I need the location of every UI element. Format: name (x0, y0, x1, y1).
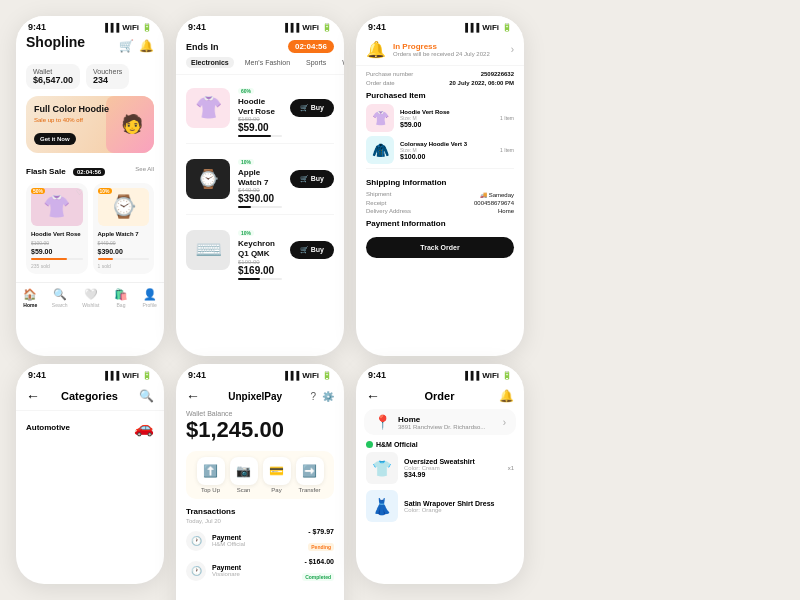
app-title: Shopline (26, 34, 85, 50)
in-progress-icon: 🔔 (366, 40, 386, 59)
wifi-icon-5: WiFi (122, 371, 139, 380)
flash-img-hoodie: 👚 (186, 88, 230, 128)
buy-button-watch[interactable]: 🛒 Buy (290, 170, 334, 188)
purchased-img-2: 🧥 (366, 136, 394, 164)
in-progress-bar: 🔔 In Progress Orders will be received 24… (356, 34, 524, 66)
store-name-section: H&M Official (356, 441, 524, 448)
cart-icon[interactable]: 🛒 (119, 39, 134, 53)
categories-search-icon[interactable]: 🔍 (139, 389, 154, 403)
back-icon-6[interactable]: ← (366, 388, 380, 404)
delivery-addr-label: Delivery Address (366, 208, 411, 214)
bag-icon: 🛍️ (114, 288, 128, 301)
order-product-1: 👕 Oversized Sweatshirt Color: Cream $34.… (356, 452, 524, 484)
cat-mens-fashion[interactable]: Men's Fashion (240, 57, 295, 68)
flash-price-watch: $390.00 (238, 193, 282, 204)
order-date-value: 20 July 2022, 06:00 PM (449, 80, 514, 86)
ends-in-label: Ends In (186, 42, 219, 52)
tx-name-1: Payment (212, 534, 302, 541)
flash-img-keyboard: ⌨️ (186, 230, 230, 270)
store-name: H&M Official (376, 441, 418, 448)
banner-text: Full Color Hoodie Sale up to 40% off Get… (34, 104, 109, 145)
order-product-info-2: Satin Wrapover Shirt Dress Color: Orange (404, 500, 495, 513)
transactions-section: Transactions Today, Jul 20 🕐 Payment H&M… (176, 507, 344, 583)
nav-profile[interactable]: 👤 Profile (143, 288, 157, 308)
category-car-icon: 🚗 (134, 418, 154, 437)
back-icon-3[interactable]: ← (186, 388, 200, 404)
voucher-box: Vouchers 234 (86, 64, 129, 89)
purchased-qty-1: 1 Item (500, 115, 514, 121)
shipment-label: Shipment (366, 191, 391, 198)
flash-info-hoodie: 60% Hoodie Vert Rose $160.00 $59.00 (238, 79, 282, 137)
product-name-watch: Apple Watch 7 (98, 231, 150, 238)
purchase-number-row: Purchase number 2509226632 (366, 71, 514, 77)
product-price-watch: $390.00 (98, 248, 150, 255)
help-icon[interactable]: ? (310, 391, 316, 402)
flash-item-keyboard: ⌨️ 10% Keychron Q1 QMK $199.00 $169.00 🛒… (186, 221, 334, 285)
vouchers-label: Vouchers (93, 68, 122, 75)
purchased-price-1: $59.00 (400, 121, 450, 128)
in-progress-text: In Progress Orders will be received 24 J… (393, 42, 490, 57)
transfer-action[interactable]: ➡️ Transfer (296, 457, 324, 493)
heart-icon[interactable]: ♡ (76, 188, 83, 197)
product-row: 👚 50% ♡ Hoodie Vert Rose $100.00 $59.00 … (26, 183, 154, 274)
tx-amount-2: - $164.00 (302, 558, 334, 565)
order-bell-icon[interactable]: 🔔 (499, 389, 514, 403)
product-card-watch[interactable]: ⌚ 10% Apple Watch 7 $449.00 $390.00 1 so… (93, 183, 155, 274)
topup-action[interactable]: ⬆️ Top Up (197, 457, 225, 493)
tx-status-2: Completed (302, 573, 334, 581)
tx-icon-2: 🕐 (186, 561, 206, 581)
payment-title: Payment Information (366, 219, 514, 228)
signal-icon-5: ▐▐▐ (102, 371, 119, 380)
nav-search[interactable]: 🔍 Search (52, 288, 68, 308)
buy-button-keyboard[interactable]: 🛒 Buy (290, 241, 334, 259)
location-icon: 📍 (374, 414, 391, 430)
wifi-icon-2: WiFi (302, 23, 319, 32)
transfer-icon: ➡️ (296, 457, 324, 485)
nav-bag[interactable]: 🛍️ Bag (114, 288, 128, 308)
receipt-value: 000458679674 (474, 200, 514, 206)
product-card-hoodie[interactable]: 👚 50% ♡ Hoodie Vert Rose $100.00 $59.00 … (26, 183, 88, 274)
promo-banner: Full Color Hoodie Sale up to 40% off Get… (26, 96, 154, 153)
profile-icon: 👤 (143, 288, 157, 301)
cat-more[interactable]: Wor... (337, 57, 344, 68)
wallet-voucher-row: Wallet $6,547.00 Vouchers 234 (26, 64, 154, 89)
order-date-row: Order date 20 July 2022, 06:00 PM (366, 80, 514, 86)
shipping-title: Shipping Information (366, 178, 514, 187)
track-order-button[interactable]: Track Order (366, 237, 514, 258)
battery-icon-4: 🔋 (502, 23, 512, 32)
back-icon-5[interactable]: ← (26, 388, 40, 404)
category-automotive[interactable]: Automotive 🚗 (16, 410, 164, 444)
tx-amount-1: - $79.97 (308, 528, 334, 535)
wifi-icon-6: WiFi (482, 371, 499, 380)
order-product-info-1: Oversized Sweatshirt Color: Cream $34.99 (404, 458, 475, 478)
nav-wishlist[interactable]: 🤍 Wishlist (82, 288, 99, 308)
wifi-icon-4: WiFi (482, 23, 499, 32)
topup-label: Top Up (201, 487, 220, 493)
flash-item-watch: ⌚ 10% Apple Watch 7 $449.00 $390.00 🛒 Bu… (186, 150, 334, 215)
cat-sports[interactable]: Sports (301, 57, 331, 68)
bell-icon[interactable]: 🔔 (139, 39, 154, 53)
flash-price-hoodie: $59.00 (238, 122, 282, 133)
tx-name-2: Payment (212, 564, 296, 571)
battery-icon: 🔋 (142, 23, 152, 32)
see-all-link[interactable]: See All (135, 166, 154, 172)
order-product-price-1: $34.99 (404, 471, 475, 478)
shipment-value: 🚚 Sameday (480, 191, 514, 198)
flash-badge-keyboard: 10% (238, 230, 254, 236)
buy-button-hoodie[interactable]: 🛒 Buy (290, 99, 334, 117)
store-label: H&M Official (366, 441, 514, 448)
signal-icon-4: ▐▐▐ (462, 23, 479, 32)
flash-badge-watch: 10% (238, 159, 254, 165)
discount-badge-watch: 10% (98, 188, 112, 194)
cat-electronics[interactable]: Electronics (186, 57, 234, 68)
pay-action[interactable]: 💳 Pay (263, 457, 291, 493)
nav-home[interactable]: 🏠 Home (23, 288, 37, 308)
scan-action[interactable]: 📷 Scan (230, 457, 258, 493)
product-original-watch: $449.00 (98, 240, 150, 246)
ends-in-header: Ends In 02:04:56 (176, 34, 344, 57)
get-it-now-button[interactable]: Get it Now (34, 133, 76, 145)
purchased-info-2: Colorway Hoodie Vert 3 Size: M $100.00 (400, 141, 467, 160)
settings-icon[interactable]: ⚙️ (322, 391, 334, 402)
product-sold-watch: 1 sold (98, 263, 150, 269)
pay-label: Pay (271, 487, 281, 493)
